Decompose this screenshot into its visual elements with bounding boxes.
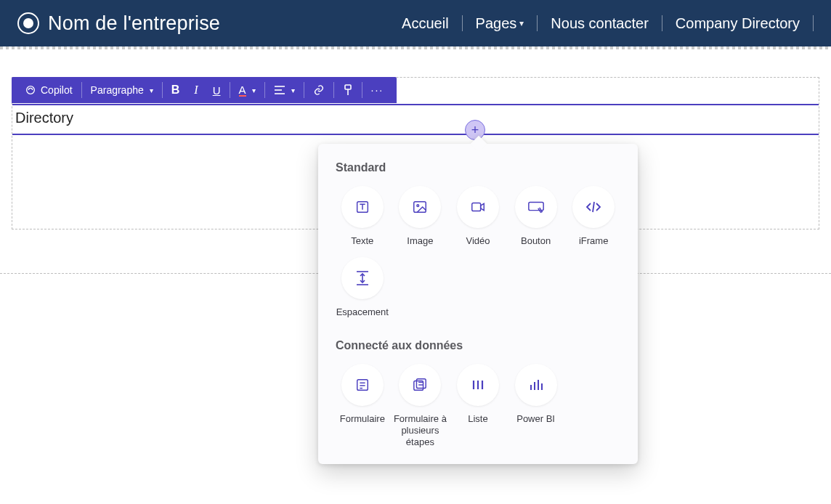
color-button[interactable]: A ▾ — [232, 77, 263, 103]
comp-iframe[interactable]: iFrame — [567, 186, 620, 247]
comp-spacing-label: Espacement — [336, 306, 389, 318]
svg-rect-19 — [417, 378, 426, 388]
company-name: Nom de l'entreprise — [48, 12, 220, 35]
comp-form[interactable]: Formulaire — [336, 364, 389, 449]
button-icon — [515, 186, 557, 228]
comp-powerbi-label: Power BI — [516, 413, 555, 425]
align-button[interactable]: ▾ — [267, 77, 302, 103]
chevron-down-icon: ▾ — [519, 18, 524, 28]
copilot-button[interactable]: Copilot — [17, 77, 80, 103]
divider — [162, 82, 163, 98]
brand[interactable]: Nom de l'entreprise — [17, 12, 220, 35]
comp-video[interactable]: Vidéo — [451, 186, 505, 247]
comp-list-label: Liste — [468, 413, 487, 425]
bold-icon: B — [171, 84, 180, 97]
comp-list[interactable]: Liste — [451, 364, 505, 449]
more-icon: ··· — [371, 84, 384, 96]
nav-home-label: Accueil — [402, 15, 448, 32]
svg-point-8 — [417, 205, 419, 207]
image-icon — [399, 186, 441, 228]
comp-video-label: Vidéo — [466, 235, 490, 247]
nav-pages-label: Pages — [476, 15, 517, 32]
divider — [333, 82, 334, 98]
spacing-icon — [341, 257, 384, 299]
link-button[interactable] — [306, 77, 332, 103]
logo-icon — [17, 12, 39, 34]
content-editable[interactable]: Directory — [12, 104, 819, 135]
section-title-data: Connecté aux données — [336, 339, 620, 352]
component-picker: Standard Texte Image Vidéo Bouton — [318, 144, 638, 464]
format-painter-icon — [343, 84, 353, 96]
add-component-button[interactable]: + — [465, 120, 485, 140]
divider — [230, 82, 230, 98]
nav-contact-label: Nous contacter — [551, 15, 649, 32]
content-heading: Directory — [15, 110, 73, 126]
chevron-down-icon: ▾ — [150, 86, 153, 94]
comp-spacing[interactable]: Espacement — [336, 257, 389, 318]
data-grid: Formulaire Formulaire à plusieurs étapes… — [336, 364, 620, 449]
svg-rect-4 — [345, 85, 351, 89]
nav-home[interactable]: Accueil — [389, 15, 461, 32]
bold-button[interactable]: B — [164, 77, 187, 103]
svg-rect-10 — [528, 203, 543, 211]
divider — [304, 82, 304, 98]
comp-multistep-form-label: Formulaire à plusieurs étapes — [394, 413, 447, 449]
link-icon — [313, 84, 325, 96]
comp-iframe-label: iFrame — [579, 235, 608, 247]
comp-text-label: Texte — [351, 235, 373, 247]
comp-button[interactable]: Bouton — [509, 186, 563, 247]
divider — [81, 82, 82, 98]
iframe-icon — [572, 186, 615, 228]
section-title-standard: Standard — [336, 161, 620, 174]
underline-icon: U — [213, 84, 221, 97]
multistep-form-icon — [399, 364, 441, 406]
svg-rect-9 — [472, 203, 481, 211]
align-icon — [274, 85, 285, 95]
top-divider — [0, 46, 831, 49]
comp-image-label: Image — [407, 235, 433, 247]
comp-multistep-form[interactable]: Formulaire à plusieurs étapes — [394, 364, 447, 449]
font-color-icon: A — [239, 84, 246, 97]
chevron-down-icon: ▾ — [291, 86, 295, 94]
nav-contact[interactable]: Nous contacter — [538, 15, 662, 32]
nav-directory-label: Company Directory — [676, 15, 800, 32]
comp-text[interactable]: Texte — [336, 186, 389, 247]
copilot-icon — [25, 84, 36, 96]
nav-links: Accueil Pages ▾ Nous contacter Company D… — [389, 15, 814, 32]
italic-button[interactable]: I — [187, 77, 205, 103]
video-icon — [457, 186, 499, 228]
italic-icon: I — [194, 84, 198, 97]
comp-button-label: Bouton — [521, 235, 551, 247]
comp-image[interactable]: Image — [394, 186, 447, 247]
powerbi-icon — [515, 364, 557, 406]
svg-rect-7 — [414, 202, 426, 213]
paragraph-dropdown[interactable]: Paragraphe ▾ — [84, 77, 161, 103]
paragraph-label: Paragraphe — [91, 84, 144, 96]
more-button[interactable]: ··· — [364, 77, 392, 103]
comp-powerbi[interactable]: Power BI — [509, 364, 563, 449]
list-icon — [457, 364, 499, 406]
divider — [362, 82, 362, 98]
nav-pages[interactable]: Pages ▾ — [463, 15, 538, 32]
form-icon — [341, 364, 384, 406]
chevron-down-icon: ▾ — [252, 86, 256, 94]
comp-form-label: Formulaire — [340, 413, 385, 425]
standard-grid: Texte Image Vidéo Bouton iFrame — [336, 186, 620, 319]
divider — [813, 15, 814, 31]
divider — [264, 82, 265, 98]
underline-button[interactable]: U — [206, 77, 228, 103]
svg-point-0 — [27, 86, 35, 94]
nav-directory[interactable]: Company Directory — [662, 15, 813, 32]
paint-button[interactable] — [336, 77, 360, 103]
text-icon — [341, 186, 384, 228]
format-toolbar: Copilot Paragraphe ▾ B I U A ▾ ▾ — [12, 77, 397, 103]
copilot-label: Copilot — [41, 84, 73, 96]
navbar: Nom de l'entreprise Accueil Pages ▾ Nous… — [0, 0, 831, 46]
